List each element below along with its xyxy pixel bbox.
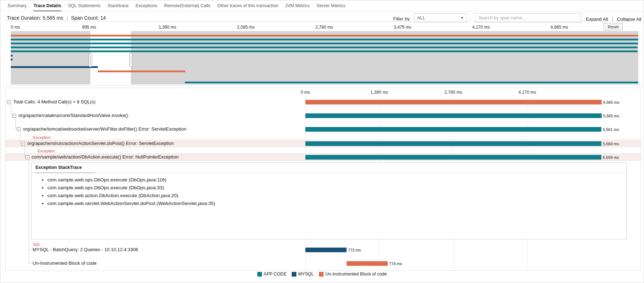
minimap-bar bbox=[11, 43, 638, 44]
trace-minimap[interactable] bbox=[11, 31, 638, 84]
reset-zoom-button[interactable]: Reset bbox=[604, 23, 623, 30]
tree-connector bbox=[29, 250, 29, 263]
span-label[interactable]: org/apache/struts/action/ActionServlet.d… bbox=[27, 141, 174, 146]
main-tick-label: 1,390 ms bbox=[371, 90, 388, 95]
span-duration-label: 5,565 ms bbox=[603, 100, 619, 104]
collapse-toggle-icon[interactable]: − bbox=[21, 142, 25, 146]
span-bar[interactable] bbox=[347, 261, 388, 266]
tab-other-traces[interactable]: Other traces of this transaction bbox=[217, 0, 278, 11]
filter-by-label: Filter by bbox=[393, 16, 410, 21]
tab-server-metrics[interactable]: Server Metrics bbox=[316, 0, 345, 11]
trace-details-page: Summary Trace Details SQL Statements Sta… bbox=[0, 0, 644, 283]
span-label[interactable]: Total Calls: 4 Method Call(s) + 8 SQL(s) bbox=[13, 99, 95, 105]
collapse-toggle-icon[interactable]: − bbox=[25, 155, 29, 159]
legend-item-mysql: MYSQL bbox=[292, 272, 314, 277]
divider bbox=[5, 21, 642, 21]
collapse-toggle-icon[interactable]: − bbox=[12, 114, 16, 118]
tab-exceptions[interactable]: Exceptions bbox=[135, 0, 157, 11]
trace-summary-line: Trace Duration: 5,565 ms|Span Count: 14 bbox=[7, 15, 106, 21]
span-duration-label: 5,561 ms bbox=[603, 127, 619, 132]
minimap-tick-label: 2,085 ms bbox=[237, 25, 254, 30]
filter-dropdown-value: ALL bbox=[417, 15, 425, 20]
tab-stacktrace[interactable]: Stacktrace bbox=[108, 0, 129, 11]
span-bar[interactable] bbox=[305, 113, 602, 118]
stacktrace-title-underline bbox=[35, 172, 95, 173]
span-bar[interactable] bbox=[305, 248, 347, 252]
span-duration-label: 5,560 ms bbox=[603, 142, 619, 146]
span-count: Span Count: 14 bbox=[71, 15, 106, 21]
span-duration-label: 773 ms bbox=[348, 248, 361, 252]
exception-tag: Exception bbox=[38, 149, 55, 153]
minimap-bar bbox=[11, 55, 13, 57]
minimap-tick-label: 3,475 ms bbox=[394, 25, 411, 30]
span-label[interactable]: org/apache/catalina/core/StandardHostVal… bbox=[18, 113, 128, 118]
span-label[interactable]: com/sample/web/action/DbAction.execute()… bbox=[32, 154, 178, 160]
tab-remote-external-calls[interactable]: Remote(External) Calls bbox=[164, 0, 210, 11]
brush-handle-left[interactable] bbox=[89, 53, 92, 67]
minimap-bar bbox=[11, 39, 638, 40]
minimap-bar bbox=[11, 66, 98, 68]
stacktrace-title: Exception StackTrace bbox=[35, 165, 82, 170]
span-bar[interactable] bbox=[305, 155, 601, 160]
main-tick-label: 0 ms bbox=[301, 90, 310, 95]
stacktrace-frame: com.sample.web.ops.DbOps.execute (DbOps.… bbox=[47, 184, 215, 192]
span-label[interactable]: org/apache/tomcat/websocket/server/WsFil… bbox=[23, 126, 186, 132]
span-bar[interactable] bbox=[305, 100, 602, 104]
minimap-tick-label: 1,390 ms bbox=[159, 25, 176, 30]
span-duration-label: 774 ms bbox=[389, 262, 402, 266]
minimap-tick-label: 0 ms bbox=[11, 25, 20, 30]
minimap-bar bbox=[11, 50, 638, 52]
legend-label: MYSQL bbox=[298, 272, 314, 277]
minimap-tick-label: 4,865 ms bbox=[550, 25, 568, 30]
stacktrace-frame: com.sample.web.servlet.WebActionServlet.… bbox=[47, 200, 215, 208]
stacktrace-header: Exception StackTrace bbox=[32, 163, 626, 173]
stacktrace-frame-list: com.sample.web.ops.DbOps.execute (DbOps.… bbox=[47, 176, 215, 208]
span-label[interactable]: MYSQL - BatchQuery: 2 Queries - 10.10.12… bbox=[33, 247, 138, 253]
chevron-down-icon: ▼ bbox=[461, 16, 464, 20]
span-bar[interactable] bbox=[305, 127, 601, 132]
span-duration-label: 5,565 ms bbox=[603, 114, 619, 118]
mysql-swatch-icon bbox=[292, 272, 296, 277]
legend-item-uninstrumented: Un-Instrumented Block of code bbox=[319, 272, 387, 277]
chart-legend: APP CODE MYSQL Un-Instrumented Block of … bbox=[0, 272, 644, 277]
tab-trace-details[interactable]: Trace Details bbox=[33, 0, 61, 11]
exception-tag: Exception bbox=[33, 135, 51, 140]
minimap-tick-label: 695 ms bbox=[82, 25, 96, 30]
divider: | bbox=[63, 15, 71, 21]
collapse-toggle-icon[interactable]: − bbox=[17, 127, 21, 131]
span-bar[interactable] bbox=[305, 141, 601, 146]
brush-handle-right[interactable] bbox=[129, 53, 133, 67]
uninstrumented-swatch-icon bbox=[319, 272, 324, 277]
main-tick-label: 4,170 ms bbox=[519, 90, 536, 95]
tab-jvm-metrics[interactable]: JVM Metrics bbox=[285, 0, 310, 11]
tab-sql-statements[interactable]: SQL Statements bbox=[68, 0, 101, 11]
span-duration-label: 5,559 ms bbox=[603, 155, 619, 160]
legend-label: APP CODE bbox=[264, 272, 287, 277]
app-code-swatch-icon bbox=[257, 272, 262, 277]
minimap-bar bbox=[11, 35, 638, 36]
legend-label: Un-Instrumented Block of code bbox=[325, 272, 387, 277]
minimap-bar bbox=[98, 70, 185, 72]
exception-stacktrace-box: Exception StackTrace com.sample.web.ops.… bbox=[31, 162, 627, 239]
minimap-bar bbox=[185, 82, 638, 83]
divider bbox=[5, 85, 642, 86]
stacktrace-frame: com.sample.web.ops.DbOps.execute (DbOps.… bbox=[47, 176, 215, 184]
minimap-tick-label: 2,780 ms bbox=[315, 25, 333, 30]
span-label[interactable]: Un-Instrumented Block of code bbox=[33, 260, 96, 266]
collapse-toggle-icon[interactable]: − bbox=[7, 100, 11, 104]
sql-tag: SQL bbox=[33, 242, 40, 247]
tab-bar: Summary Trace Details SQL Statements Sta… bbox=[0, 0, 644, 11]
minimap-bar bbox=[11, 47, 638, 48]
stacktrace-frame: com.sample.web.action.DbAction.execute (… bbox=[47, 192, 215, 200]
legend-item-app-code: APP CODE bbox=[257, 272, 287, 277]
minimap-bar bbox=[11, 59, 13, 60]
tab-summary[interactable]: Summary bbox=[8, 0, 27, 11]
minimap-tick-label: 4,170 ms bbox=[472, 25, 490, 30]
main-tick-label: 2,780 ms bbox=[444, 90, 462, 95]
trace-duration: Trace Duration: 5,565 ms bbox=[7, 15, 63, 21]
